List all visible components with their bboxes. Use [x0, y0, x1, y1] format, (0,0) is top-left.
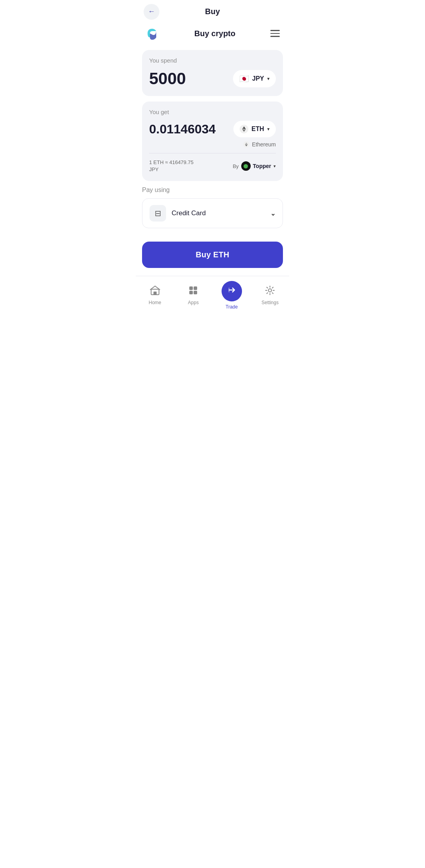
page-title: Buy [205, 7, 220, 16]
hamburger-icon-line2 [270, 33, 280, 34]
bottom-navigation: Home Apps [136, 276, 289, 313]
payment-chevron-icon: ⌄ [270, 210, 275, 217]
spend-card: You spend 5000 🇯🇵 JPY ▾ [142, 50, 283, 96]
spend-amount[interactable]: 5000 [149, 69, 186, 88]
topper-logo-icon [241, 161, 251, 171]
back-button[interactable]: ← [144, 4, 159, 20]
buy-button-container: Buy ETH [136, 235, 289, 276]
get-amount: 0.01146034 [149, 122, 216, 137]
get-card: You get 0.01146034 ETH ▾ [142, 102, 283, 181]
pay-using-label: Pay using [142, 187, 283, 194]
svg-rect-4 [153, 292, 157, 295]
spend-label: You spend [149, 57, 276, 64]
nav-item-trade[interactable]: Trade [213, 281, 251, 310]
currency-selector-button[interactable]: 🇯🇵 JPY ▾ [233, 70, 276, 87]
ethereum-small-icon [243, 141, 249, 148]
top-navigation: ← Buy [136, 0, 289, 20]
trade-circle-button[interactable] [222, 281, 242, 301]
nav-item-settings[interactable]: Settings [251, 285, 290, 305]
app-logo [144, 24, 161, 43]
back-arrow-icon: ← [148, 7, 155, 16]
svg-rect-6 [194, 286, 197, 290]
payment-method-name: Credit Card [172, 209, 206, 217]
currency-code-label: JPY [252, 75, 264, 82]
trade-icon [227, 285, 237, 297]
svg-rect-7 [189, 291, 193, 294]
settings-label: Settings [262, 300, 279, 305]
hamburger-icon-line3 [270, 36, 280, 37]
provider-row[interactable]: By Topper ▾ [233, 161, 276, 171]
rate-row: 1 ETH ≈ 416479.75JPY By Topper ▾ [149, 153, 276, 173]
crypto-selector-button[interactable]: ETH ▾ [233, 121, 276, 137]
currency-flag-icon: 🇯🇵 [239, 74, 249, 83]
by-label: By [233, 163, 238, 169]
trade-label: Trade [225, 304, 238, 310]
header-title: Buy crypto [194, 29, 235, 38]
svg-point-9 [268, 289, 272, 292]
header-bar: Buy crypto [136, 20, 289, 50]
payment-method-left: ⊟ Credit Card [150, 205, 206, 222]
svg-rect-8 [194, 291, 197, 294]
exchange-rate-text: 1 ETH ≈ 416479.75JPY [149, 159, 194, 173]
payment-method-selector[interactable]: ⊟ Credit Card ⌄ [142, 198, 283, 228]
get-label: You get [149, 109, 276, 115]
crypto-full-name: Ethereum [252, 141, 276, 148]
buy-eth-button[interactable]: Buy ETH [142, 242, 283, 268]
home-icon [150, 285, 160, 298]
nav-item-home[interactable]: Home [136, 285, 174, 305]
ethereum-label-row: Ethereum [149, 141, 276, 148]
svg-rect-5 [189, 286, 193, 290]
apps-label: Apps [188, 300, 199, 305]
home-label: Home [149, 300, 161, 305]
crypto-chevron-icon: ▾ [267, 126, 270, 132]
provider-name-label: Topper [253, 163, 271, 169]
credit-card-icon: ⊟ [155, 209, 161, 218]
hamburger-icon-line1 [270, 30, 280, 31]
menu-button[interactable] [269, 28, 281, 39]
settings-icon [265, 285, 275, 298]
currency-chevron-icon: ▾ [267, 76, 270, 81]
apps-icon [188, 285, 198, 298]
crypto-code-label: ETH [251, 126, 264, 133]
nav-item-apps[interactable]: Apps [174, 285, 213, 305]
eth-icon [240, 125, 248, 133]
credit-card-icon-box: ⊟ [150, 205, 166, 222]
provider-chevron-icon: ▾ [273, 164, 276, 169]
